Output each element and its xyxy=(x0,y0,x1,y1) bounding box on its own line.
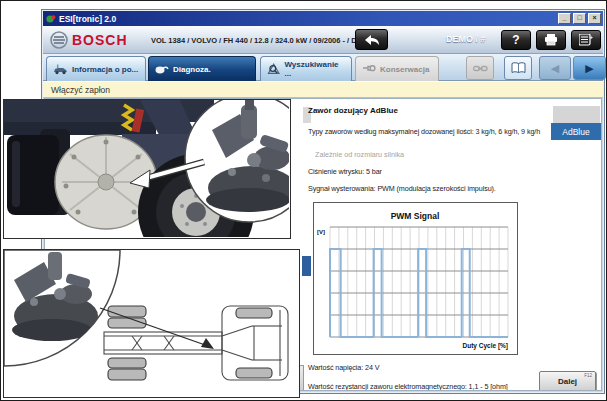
printer-icon xyxy=(544,34,558,46)
open-book-icon xyxy=(511,62,526,74)
car-info-icon: i xyxy=(53,64,68,75)
tab-label: Informacja o po... xyxy=(72,65,138,74)
chart-xlabel: Duty Cycle [%] xyxy=(462,342,508,350)
maximize-button[interactable]: □ xyxy=(573,13,586,24)
link-icon xyxy=(473,64,488,73)
maintenance-wrench-icon xyxy=(362,64,376,74)
close-button[interactable]: × xyxy=(588,13,601,24)
instruction-text: Włączyć zapłon xyxy=(51,85,110,95)
tab-bar: i Informacja o po... Diagnoza. Wyszukiwa… xyxy=(43,54,603,81)
help-button[interactable]: ? xyxy=(501,30,531,50)
bosch-anchor-icon xyxy=(50,31,68,49)
prev-page-button: ◀ xyxy=(539,56,571,80)
svg-text:+: + xyxy=(590,34,594,40)
print-button[interactable] xyxy=(536,30,566,50)
header-bar: BOSCH VOL 1384 / VOLVO / FH 440 / 12.8 /… xyxy=(43,26,603,54)
tab-konserwacja: Konserwacja xyxy=(355,56,439,81)
back-button[interactable] xyxy=(355,29,388,50)
signal-line: Sygnał wysterowania: PWM (modulacja szer… xyxy=(308,184,496,193)
article-title: Zawór dozujący AdBlue xyxy=(308,106,398,115)
chassis-topview-illustration xyxy=(4,250,298,396)
adblue-popup-box xyxy=(553,106,600,123)
pwm-chart: PWM Signal [V] Duty Cycle [%] xyxy=(313,202,518,355)
tab-label: Diagnoza. xyxy=(173,65,211,74)
search-warning-icon xyxy=(267,63,280,75)
tab-informacja[interactable]: i Informacja o po... xyxy=(46,56,146,81)
next-page-button[interactable]: ▶ xyxy=(573,56,606,80)
valve-types-line: Typy zaworów według maksymalnej dozowane… xyxy=(308,127,540,136)
photo-panel-chassis xyxy=(3,99,291,239)
window-title: ESI[tronic] 2.0 xyxy=(59,14,556,24)
chassis-photo-illustration xyxy=(4,100,289,237)
voltage-line: Wartość napięcia: 24 V xyxy=(308,363,379,372)
app-icon xyxy=(46,14,56,24)
title-bar: ESI[tronic] 2.0 _ □ × xyxy=(43,11,603,26)
menu-list-button[interactable]: + xyxy=(571,30,601,50)
pwm-chart-svg: PWM Signal [V] Duty Cycle [%] xyxy=(314,203,516,353)
chart-title: PWM Signal xyxy=(391,211,440,221)
engine-note-line: Zależnie od rozmiaru silnika xyxy=(315,150,404,159)
link-button-disabled xyxy=(466,56,494,80)
demo-label: DEMO / # xyxy=(446,34,486,44)
return-arrow-icon xyxy=(364,34,380,46)
chevron-right-icon: ▶ xyxy=(585,62,593,75)
chart-ylabel: [V] xyxy=(317,229,325,235)
diagram-panel-location xyxy=(3,249,300,398)
next-step-label: Dalej xyxy=(558,377,577,386)
next-step-button[interactable]: Dalej F12 xyxy=(539,371,596,391)
scrollbar-thumb[interactable] xyxy=(302,256,311,276)
chevron-left-icon: ◀ xyxy=(551,62,559,75)
adblue-highlight[interactable]: AdBlue xyxy=(551,123,601,140)
screenshot-stage: ESI[tronic] 2.0 _ □ × BOSCH VOL 1384 / V… xyxy=(0,0,607,401)
tab-label: Konserwacja xyxy=(380,65,429,74)
tab-label: Wyszukiwanie ... xyxy=(284,60,345,78)
vehicle-info: VOL 1384 / VOLVO / FH 440 / 12.8 / 324.0… xyxy=(151,36,383,45)
tab-diagnoza[interactable]: Diagnoza. xyxy=(148,56,256,81)
tab-wyszukiwanie[interactable]: Wyszukiwanie ... xyxy=(260,56,352,81)
minimize-button[interactable]: _ xyxy=(558,13,571,24)
list-plus-icon: + xyxy=(579,34,593,46)
resistance-line: Wartość rezystancji zaworu elektromagnet… xyxy=(308,382,508,391)
instruction-bar: Włączyć zapłon xyxy=(43,81,603,98)
bosch-logo: BOSCH xyxy=(72,32,128,48)
manual-book-button[interactable] xyxy=(504,56,532,80)
diagnosis-icon xyxy=(155,64,169,75)
pressure-line: Ciśnienie wtrysku: 5 bar xyxy=(308,167,382,176)
f12-key-hint: F12 xyxy=(584,373,592,378)
